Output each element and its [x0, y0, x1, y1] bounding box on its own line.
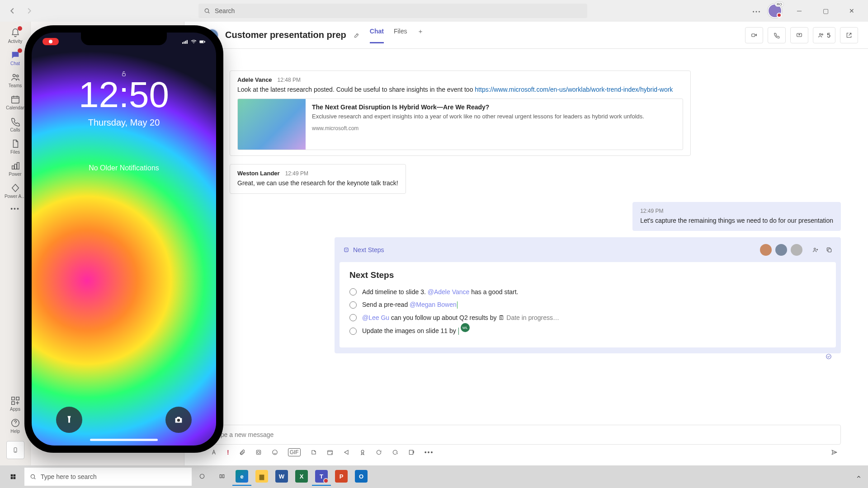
approvals-icon[interactable] [376, 449, 382, 455]
compose-box[interactable]: Type a new message [207, 425, 841, 445]
window-minimize[interactable]: ─ [790, 7, 808, 14]
svg-rect-6 [11, 97, 19, 103]
compose-more-icon[interactable]: ••• [425, 449, 434, 456]
signal-icon [182, 39, 188, 45]
svg-rect-22 [828, 249, 831, 252]
timeline-icon [219, 473, 225, 479]
calendar-inline-icon[interactable]: 🗓 [498, 314, 505, 321]
svg-rect-37 [222, 475, 224, 478]
message-author: Adele Vance [237, 76, 272, 83]
loop-copy-icon[interactable] [826, 247, 832, 253]
gif-icon[interactable]: GIF [288, 448, 301, 456]
timeline-button[interactable] [212, 468, 231, 486]
task-checkbox[interactable] [349, 314, 357, 321]
task-view-button[interactable] [193, 468, 212, 486]
link-preview-card[interactable]: The Next Great Disruption Is Hybrid Work… [237, 99, 683, 150]
tab-files[interactable]: Files [394, 28, 407, 43]
svg-rect-11 [16, 397, 19, 400]
rail-activity[interactable]: Activity [0, 24, 30, 47]
share-screen-button[interactable] [790, 27, 808, 43]
bell-icon [10, 32, 20, 39]
loop-share-icon[interactable] [812, 247, 819, 253]
loop-body[interactable]: Next Steps Add timeline to slide 3. @Ade… [340, 262, 836, 347]
tray-chevron-icon[interactable] [856, 474, 862, 480]
send-button[interactable] [831, 449, 837, 455]
edit-title-icon[interactable] [353, 32, 359, 38]
tab-add[interactable]: ＋ [417, 28, 424, 43]
task-checkbox[interactable] [349, 328, 357, 335]
taskbar-powerpoint[interactable]: P [332, 468, 351, 486]
taskbar-outlook[interactable]: O [352, 468, 371, 486]
praise-icon[interactable] [359, 449, 366, 455]
home-indicator[interactable] [90, 439, 158, 441]
viva-icon[interactable] [392, 449, 398, 455]
nav-back[interactable] [7, 6, 17, 16]
flashlight-icon [64, 415, 74, 425]
taskbar-excel[interactable]: X [292, 468, 311, 486]
phone-lockscreen: 12:50 Thursday, May 20 No Older Notifica… [32, 33, 216, 446]
mention[interactable]: @Adele Vance [428, 288, 470, 296]
taskbar-search[interactable]: Type here to search [24, 468, 192, 486]
svg-point-5 [16, 75, 18, 77]
rail-mobile-button[interactable] [6, 441, 24, 459]
svg-rect-29 [409, 450, 413, 454]
svg-point-2 [756, 11, 757, 13]
onenote-icon[interactable] [408, 449, 415, 455]
video-icon [751, 32, 757, 38]
screen-record-pill[interactable] [42, 38, 59, 45]
start-button[interactable] [3, 468, 24, 486]
tab-chat[interactable]: Chat [370, 28, 384, 43]
message-link[interactable]: https://www.microsoft.com/en-us/worklab/… [475, 86, 673, 93]
more-icon: ••• [10, 205, 20, 212]
date-placeholder[interactable]: Date in progress… [506, 314, 559, 321]
emoji-icon[interactable] [272, 449, 278, 455]
people-icon [818, 32, 824, 38]
participants-button[interactable]: 5 [813, 27, 835, 43]
loop-breadcrumb[interactable]: Next Steps [343, 246, 384, 253]
loop-viewer-avatar[interactable] [759, 243, 773, 257]
nav-forward[interactable] [24, 6, 34, 16]
taskbar-teams[interactable]: T [312, 468, 331, 486]
popout-button[interactable] [840, 27, 858, 43]
camera-button[interactable] [165, 407, 192, 433]
sticker-icon[interactable] [311, 449, 317, 455]
window-maximize[interactable]: ▢ [816, 7, 835, 14]
format-icon[interactable] [211, 449, 217, 455]
apps-icon [10, 400, 20, 407]
svg-point-34 [31, 474, 34, 478]
priority-icon[interactable]: ! [227, 449, 229, 456]
task-checkbox[interactable] [349, 288, 357, 296]
settings-more-icon[interactable] [751, 7, 760, 15]
text-caret-icon [457, 301, 458, 309]
message-bubble: Adele Vance 12:48 PM Look at the latest … [230, 70, 691, 156]
stream-icon[interactable] [343, 449, 349, 455]
audio-call-button[interactable] [768, 27, 786, 43]
message-list: Adele Vance 12:48 PM Look at the latest … [184, 49, 868, 425]
taskbar-edge[interactable]: e [232, 468, 251, 486]
loop-viewer-avatar[interactable] [790, 243, 803, 257]
svg-rect-32 [11, 477, 13, 479]
window-close[interactable]: ✕ [843, 7, 861, 14]
taskbar-word[interactable]: W [272, 468, 291, 486]
mention[interactable]: @Megan Bowen [410, 301, 457, 308]
svg-rect-9 [17, 163, 19, 169]
svg-point-15 [15, 451, 15, 452]
teams-icon [10, 76, 20, 84]
global-search[interactable]: Search [198, 4, 587, 18]
loop-insert-icon[interactable] [255, 449, 262, 455]
taskbar-explorer[interactable]: ▆ [252, 468, 271, 486]
popout-icon [846, 32, 852, 38]
svg-rect-25 [257, 451, 259, 454]
video-call-button[interactable] [745, 27, 763, 43]
message-me: 12:49 PM Let's capture the remaining thi… [207, 202, 841, 231]
attach-icon[interactable] [239, 449, 245, 455]
mention[interactable]: @Lee Gu [362, 314, 389, 321]
me-avatar[interactable]: RO [768, 4, 782, 18]
record-icon [49, 40, 52, 43]
flashlight-button[interactable] [56, 407, 82, 433]
loop-viewer-avatar[interactable] [774, 243, 788, 257]
task-checkbox[interactable] [349, 301, 357, 309]
schedule-icon[interactable] [327, 449, 333, 455]
svg-point-18 [820, 33, 821, 35]
compose-toolbar: ! GIF ••• [207, 448, 841, 456]
